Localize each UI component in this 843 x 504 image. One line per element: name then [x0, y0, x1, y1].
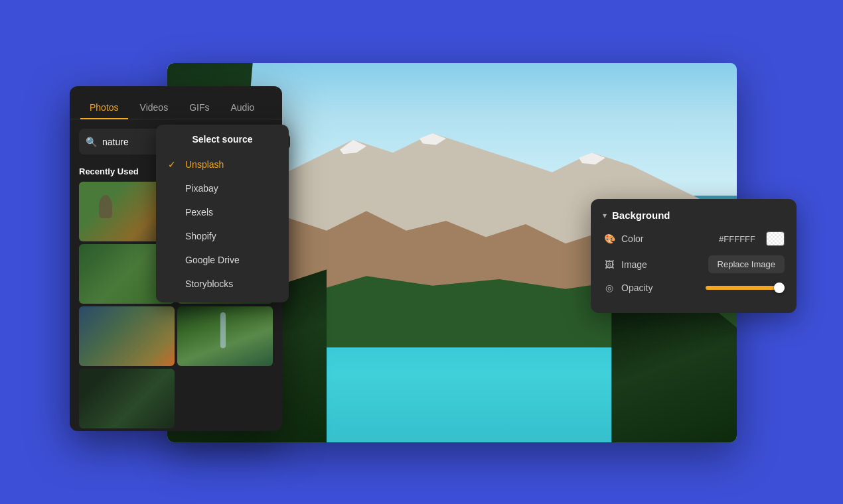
- checker-pattern: [767, 232, 784, 245]
- opacity-slider-wrap: [706, 286, 785, 290]
- bg-panel-title: Background: [612, 210, 670, 221]
- photo-thumb-5[interactable]: [79, 306, 175, 366]
- check-icon: ✓: [168, 159, 179, 170]
- bg-panel-header: ▾ Background: [603, 210, 785, 221]
- media-tabs: Photos Videos GIFs Audio: [70, 86, 282, 119]
- source-option-storyblocks[interactable]: ✓ Storyblocks: [156, 272, 289, 296]
- bg-collapse-icon[interactable]: ▾: [603, 211, 607, 220]
- source-option-storyblocks-label: Storyblocks: [185, 279, 233, 289]
- bg-opacity-label: Opacity: [621, 283, 700, 293]
- photo-thumb-7[interactable]: [79, 369, 175, 428]
- background-panel: ▾ Background 🎨 Color #FFFFFF 🖼 Image Rep…: [591, 199, 797, 313]
- color-value: #FFFFFF: [719, 234, 755, 244]
- photo-thumb-6[interactable]: [177, 306, 273, 366]
- source-option-google-drive-label: Google Drive: [185, 255, 240, 265]
- source-option-google-drive[interactable]: ✓ Google Drive: [156, 248, 289, 272]
- color-icon: 🎨: [603, 233, 616, 244]
- source-option-pixabay[interactable]: ✓ Pixabay: [156, 176, 289, 200]
- source-option-shopify[interactable]: ✓ Shopify: [156, 224, 289, 248]
- source-option-shopify-label: Shopify: [185, 231, 216, 241]
- tab-audio[interactable]: Audio: [222, 97, 264, 119]
- source-option-pexels[interactable]: ✓ Pexels: [156, 200, 289, 224]
- dropdown-title: Select source: [156, 131, 289, 153]
- bg-color-row: 🎨 Color #FFFFFF: [603, 231, 785, 246]
- source-option-pexels-label: Pexels: [185, 207, 213, 218]
- opacity-thumb[interactable]: [774, 283, 785, 293]
- source-option-unsplash[interactable]: ✓ Unsplash: [156, 153, 289, 176]
- tab-videos[interactable]: Videos: [131, 97, 178, 119]
- image-icon: 🖼: [603, 259, 616, 270]
- tab-gifs[interactable]: GIFs: [180, 97, 218, 119]
- opacity-slider[interactable]: [706, 286, 785, 290]
- bg-color-label: Color: [621, 233, 714, 244]
- bg-image-label: Image: [621, 259, 703, 270]
- replace-image-button[interactable]: Replace Image: [708, 255, 785, 273]
- source-option-unsplash-label: Unsplash: [185, 159, 224, 170]
- source-dropdown: Select source ✓ Unsplash ✓ Pixabay ✓ Pex…: [156, 125, 289, 302]
- opacity-icon: ◎: [603, 283, 616, 293]
- source-option-pixabay-label: Pixabay: [185, 183, 218, 194]
- bg-image-row: 🖼 Image Replace Image: [603, 255, 785, 273]
- color-swatch[interactable]: [766, 231, 785, 246]
- bg-opacity-row: ◎ Opacity: [603, 283, 785, 293]
- media-panel: Photos Videos GIFs Audio 🔍 ✕ Unsplash ▾ …: [70, 86, 282, 431]
- tab-photos[interactable]: Photos: [80, 97, 128, 119]
- search-icon: 🔍: [86, 137, 97, 147]
